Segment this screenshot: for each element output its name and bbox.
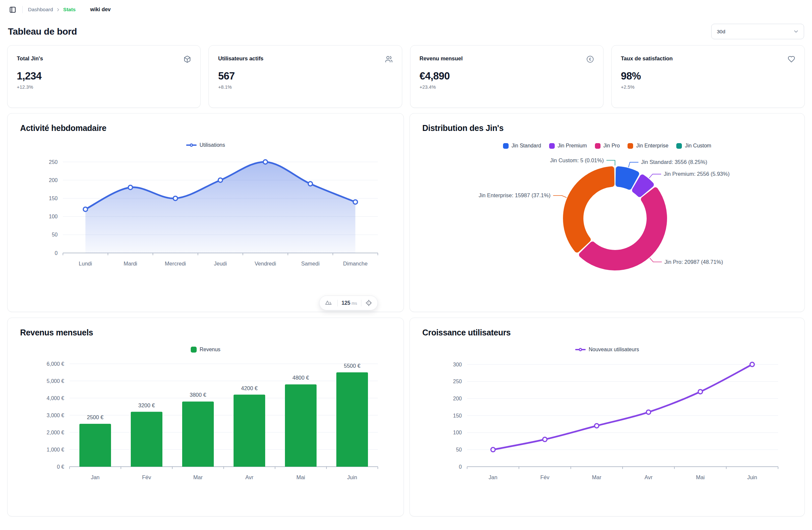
svg-text:Mardi: Mardi <box>124 261 137 266</box>
svg-text:100: 100 <box>453 430 462 435</box>
legend-item[interactable]: Jin Premium <box>549 143 587 149</box>
legend-label: Utilisations <box>200 142 225 148</box>
legend-label: Jin Custom <box>685 143 711 149</box>
svg-text:0: 0 <box>459 464 462 470</box>
chevron-right-icon <box>56 7 61 12</box>
breadcrumb: Dashboard Stats <box>28 6 76 13</box>
stat-label: Total Jin's <box>17 55 43 62</box>
svg-text:Fév: Fév <box>540 474 549 480</box>
legend-swatch <box>627 143 633 149</box>
svg-text:Jan: Jan <box>489 474 497 480</box>
breadcrumb-stats: Stats <box>63 6 76 13</box>
stat-label: Taux de satisfaction <box>621 55 673 62</box>
chevron-down-icon <box>793 28 799 34</box>
user-growth-legend: Nouveaux utilisateurs <box>422 347 792 352</box>
legend-item[interactable]: Jin Standard <box>503 143 541 149</box>
donut-callout-label: Jin Standard: 3556 (8.25%) <box>641 159 707 165</box>
legend-item[interactable]: Utilisations <box>186 142 225 148</box>
crosshair-icon[interactable] <box>365 299 372 306</box>
svg-text:€: € <box>589 57 591 62</box>
page-title: Tableau de bord <box>8 26 77 37</box>
donut-callout-label: Jin Premium: 2556 (5.93%) <box>664 171 730 177</box>
monthly-revenue-card: Revenus mensuels Revenus 0 €1,000 €2,000… <box>7 318 404 516</box>
stat-card-satisfaction: Taux de satisfaction 98% +2.5% <box>611 45 805 108</box>
jin-distribution-legend: Jin StandardJin PremiumJin ProJin Enterp… <box>422 143 792 149</box>
svg-text:Mar: Mar <box>592 474 601 480</box>
latency-value: 125 <box>342 300 350 306</box>
legend-label: Jin Enterprise <box>636 143 668 149</box>
stat-value: 98% <box>621 70 795 82</box>
svg-text:Mar: Mar <box>193 474 203 480</box>
pill-divider <box>361 300 361 306</box>
svg-text:50: 50 <box>456 447 462 452</box>
stat-label: Revenu mensuel <box>420 55 463 62</box>
weekly-activity-card: Activité hebdomadaire Utilisations 05010… <box>7 113 404 312</box>
period-selector[interactable]: 30d <box>711 24 804 39</box>
stats-grid: Total Jin's 1,234 +12.3% Utilisateurs ac… <box>0 41 812 108</box>
svg-text:Jan: Jan <box>91 474 100 480</box>
stat-label: Utilisateurs actifs <box>218 55 263 62</box>
svg-text:150: 150 <box>49 196 58 201</box>
stat-change: +12.3% <box>17 84 191 90</box>
svg-text:3200 €: 3200 € <box>139 402 155 408</box>
legend-item[interactable]: Jin Enterprise <box>627 143 668 149</box>
svg-text:150: 150 <box>453 413 462 419</box>
latency-unit: ms <box>351 301 357 306</box>
sidebar-toggle-button[interactable] <box>8 5 17 14</box>
svg-text:Vendredi: Vendredi <box>255 261 276 266</box>
package-icon <box>184 55 191 64</box>
svg-text:5,000 €: 5,000 € <box>47 378 64 384</box>
weekly-activity-legend: Utilisations <box>20 142 391 148</box>
svg-text:Fév: Fév <box>142 474 151 480</box>
svg-text:Mai: Mai <box>296 474 305 480</box>
svg-text:4,000 €: 4,000 € <box>47 395 64 401</box>
mountains-icon <box>325 300 333 306</box>
legend-swatch <box>595 143 600 149</box>
panel-left-icon <box>9 6 16 13</box>
svg-text:Jeudi: Jeudi <box>214 261 227 266</box>
monthly-revenue-legend: Revenus <box>20 347 391 352</box>
svg-text:Juin: Juin <box>747 474 757 480</box>
svg-text:Avr: Avr <box>245 474 253 480</box>
legend-label: Jin Premium <box>558 143 587 149</box>
legend-line-circle-marker <box>575 349 586 350</box>
svg-text:Dimanche: Dimanche <box>343 261 368 266</box>
stat-card-active-users: Utilisateurs actifs 567 +8.1% <box>208 45 402 108</box>
breadcrumb-dashboard[interactable]: Dashboard <box>28 6 53 13</box>
header-row: Tableau de bord 30d <box>0 19 812 41</box>
users-icon <box>385 55 393 64</box>
svg-text:2500 €: 2500 € <box>87 414 103 420</box>
legend-item[interactable]: Nouveaux utilisateurs <box>575 347 639 352</box>
monthly-revenue-chart: 0 €1,000 €2,000 €3,000 €4,000 €5,000 €6,… <box>20 354 391 496</box>
legend-label: Nouveaux utilisateurs <box>589 347 639 352</box>
topbar-divider <box>23 6 23 13</box>
svg-text:Mai: Mai <box>696 474 705 480</box>
weekly-activity-chart: 050100150200250LundiMardiMercrediJeudiVe… <box>20 150 391 289</box>
jin-distribution-card: Distribution des Jin's Jin StandardJin P… <box>409 113 805 312</box>
stat-change: +8.1% <box>218 84 392 90</box>
stat-value: €4,890 <box>420 70 594 82</box>
latency-pill[interactable]: 125 ms <box>319 295 378 310</box>
latency-readout: 125 ms <box>342 300 357 306</box>
chart-title: Revenus mensuels <box>20 328 391 337</box>
svg-text:250: 250 <box>49 159 58 165</box>
euro-icon: € <box>586 55 594 64</box>
svg-text:Lundi: Lundi <box>79 261 92 266</box>
chart-title: Croissance utilisateurs <box>422 328 792 337</box>
user-growth-card: Croissance utilisateurs Nouveaux utilisa… <box>409 318 805 516</box>
svg-text:2,000 €: 2,000 € <box>47 430 64 435</box>
chart-title: Activité hebdomadaire <box>20 123 391 133</box>
stat-change: +23.4% <box>420 84 594 90</box>
legend-swatch <box>549 143 555 149</box>
svg-text:250: 250 <box>453 379 462 384</box>
legend-item[interactable]: Jin Custom <box>676 143 711 149</box>
svg-text:200: 200 <box>453 396 462 401</box>
legend-item[interactable]: Revenus <box>191 347 220 352</box>
donut-callout-label: Jin Enterprise: 15987 (37.1%) <box>479 192 550 198</box>
svg-text:300: 300 <box>453 362 462 367</box>
legend-item[interactable]: Jin Pro <box>595 143 620 149</box>
svg-text:Samedi: Samedi <box>301 261 320 266</box>
svg-text:0: 0 <box>55 250 58 256</box>
stat-card-monthly-revenue: Revenu mensuel € €4,890 +23.4% <box>410 45 604 108</box>
svg-text:Avr: Avr <box>644 474 653 480</box>
